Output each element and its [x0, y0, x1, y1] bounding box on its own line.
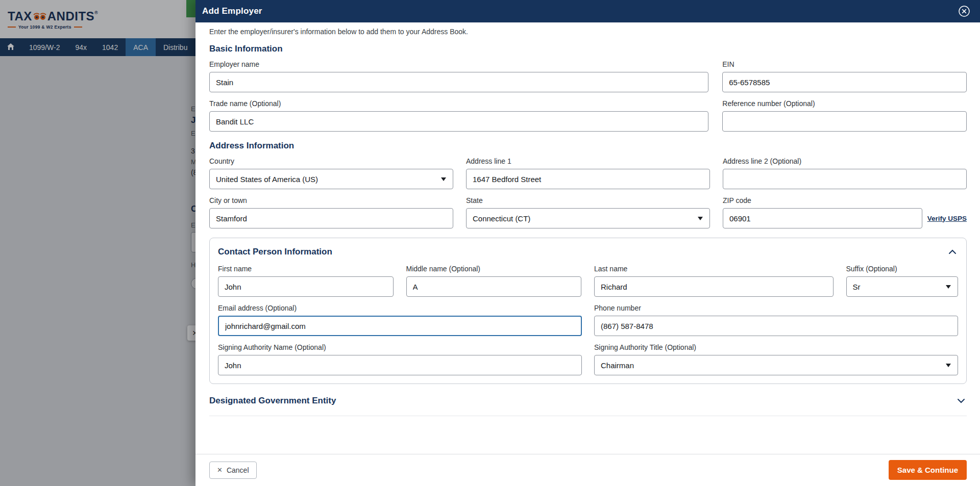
- last-name-input[interactable]: [594, 276, 834, 297]
- zip-field: ZIP code Verify USPS: [723, 196, 967, 228]
- basic-row-2: Trade name (Optional) Reference number (…: [209, 99, 967, 132]
- panel-footer: ✕ Cancel Save & Continue: [195, 454, 980, 486]
- suffix-label: Suffix (Optional): [846, 265, 959, 273]
- state-select-value: Connecticut (CT): [473, 214, 530, 223]
- panel-subtitle: Enter the employer/insurer's information…: [209, 28, 967, 36]
- city-label: City or town: [209, 196, 453, 204]
- email-input[interactable]: [218, 316, 582, 336]
- chevron-down-icon: [441, 177, 446, 181]
- phone-label: Phone number: [594, 304, 958, 312]
- trade-name-input[interactable]: [209, 111, 708, 132]
- chevron-down-icon: [946, 285, 951, 289]
- country-select-value: United States of America (US): [216, 175, 318, 184]
- close-icon[interactable]: [958, 5, 971, 18]
- city-input[interactable]: [209, 208, 453, 228]
- address-line1-field: Address line 1: [466, 157, 710, 189]
- contact-card-header[interactable]: Contact Person Information: [218, 246, 958, 258]
- designated-government-entity-section[interactable]: Designated Government Entity: [209, 386, 967, 416]
- ein-input[interactable]: [722, 72, 967, 92]
- phone-input[interactable]: [594, 316, 958, 336]
- email-label: Email address (Optional): [218, 304, 582, 312]
- address-information-heading: Address Information: [209, 141, 967, 151]
- save-continue-button[interactable]: Save & Continue: [889, 460, 967, 480]
- zip-input[interactable]: [723, 208, 922, 228]
- ein-field: EIN: [722, 60, 967, 92]
- cancel-button[interactable]: ✕ Cancel: [209, 462, 257, 479]
- last-name-field: Last name: [594, 265, 834, 297]
- first-name-input[interactable]: [218, 276, 394, 297]
- employer-name-input[interactable]: [209, 72, 708, 92]
- modal-backdrop-overlay: [0, 0, 195, 486]
- country-field: Country United States of America (US): [209, 157, 453, 189]
- middle-name-field: Middle name (Optional): [406, 265, 582, 297]
- employer-name-label: Employer name: [209, 60, 708, 68]
- signing-authority-title-value: Chairman: [601, 361, 634, 370]
- chevron-down-icon[interactable]: [955, 395, 967, 406]
- middle-name-label: Middle name (Optional): [406, 265, 582, 273]
- trade-name-field: Trade name (Optional): [209, 99, 708, 132]
- panel-header: Add Employer: [195, 0, 980, 22]
- contact-person-card: Contact Person Information First name Mi…: [209, 238, 967, 384]
- chevron-down-icon: [946, 364, 951, 367]
- contact-row-2: Email address (Optional) Phone number: [218, 304, 958, 336]
- basic-row-1: Employer name EIN: [209, 60, 967, 92]
- email-field: Email address (Optional): [218, 304, 582, 336]
- middle-name-input[interactable]: [406, 276, 582, 297]
- address-line2-field: Address line 2 (Optional): [723, 157, 967, 189]
- suffix-select[interactable]: Sr: [846, 276, 959, 297]
- reference-number-label: Reference number (Optional): [722, 99, 967, 108]
- country-label: Country: [209, 157, 453, 165]
- verify-usps-link[interactable]: Verify USPS: [927, 215, 967, 222]
- state-label: State: [466, 196, 710, 204]
- basic-information-heading: Basic Information: [209, 44, 967, 54]
- first-name-field: First name: [218, 265, 394, 297]
- address-line1-input[interactable]: [466, 169, 710, 189]
- address-row-1: Country United States of America (US) Ad…: [209, 157, 967, 189]
- panel-title: Add Employer: [202, 6, 262, 16]
- chevron-down-icon: [698, 217, 703, 220]
- suffix-field: Suffix (Optional) Sr: [846, 265, 959, 297]
- signing-authority-name-label: Signing Authority Name (Optional): [218, 343, 582, 351]
- contact-row-1: First name Middle name (Optional) Last n…: [218, 265, 958, 297]
- zip-label: ZIP code: [723, 196, 967, 204]
- cancel-label: Cancel: [227, 466, 249, 474]
- panel-body: Enter the employer/insurer's information…: [195, 22, 980, 454]
- address-row-2: City or town State Connecticut (CT) ZIP …: [209, 196, 967, 228]
- signing-authority-title-field: Signing Authority Title (Optional) Chair…: [594, 343, 958, 375]
- phone-field: Phone number: [594, 304, 958, 336]
- reference-number-input[interactable]: [722, 111, 967, 132]
- signing-authority-title-label: Signing Authority Title (Optional): [594, 343, 958, 351]
- trade-name-label: Trade name (Optional): [209, 99, 708, 108]
- first-name-label: First name: [218, 265, 394, 273]
- contact-row-3: Signing Authority Name (Optional) Signin…: [218, 343, 958, 375]
- country-select[interactable]: United States of America (US): [209, 169, 453, 189]
- add-employer-panel: Add Employer Enter the employer/insurer'…: [195, 0, 980, 486]
- employer-name-field: Employer name: [209, 60, 708, 92]
- ein-label: EIN: [722, 60, 967, 68]
- address-line2-input[interactable]: [723, 169, 967, 189]
- contact-person-heading: Contact Person Information: [218, 247, 332, 257]
- state-field: State Connecticut (CT): [466, 196, 710, 228]
- cancel-x-icon: ✕: [217, 466, 223, 474]
- last-name-label: Last name: [594, 265, 834, 273]
- designated-government-entity-heading: Designated Government Entity: [209, 396, 336, 406]
- address-line1-label: Address line 1: [466, 157, 710, 165]
- signing-authority-title-select[interactable]: Chairman: [594, 355, 958, 375]
- signing-authority-name-field: Signing Authority Name (Optional): [218, 343, 582, 375]
- suffix-select-value: Sr: [853, 283, 861, 291]
- state-select[interactable]: Connecticut (CT): [466, 208, 710, 228]
- chevron-up-icon[interactable]: [947, 246, 958, 258]
- reference-number-field: Reference number (Optional): [722, 99, 967, 132]
- city-field: City or town: [209, 196, 453, 228]
- address-line2-label: Address line 2 (Optional): [723, 157, 967, 165]
- signing-authority-name-input[interactable]: [218, 355, 582, 375]
